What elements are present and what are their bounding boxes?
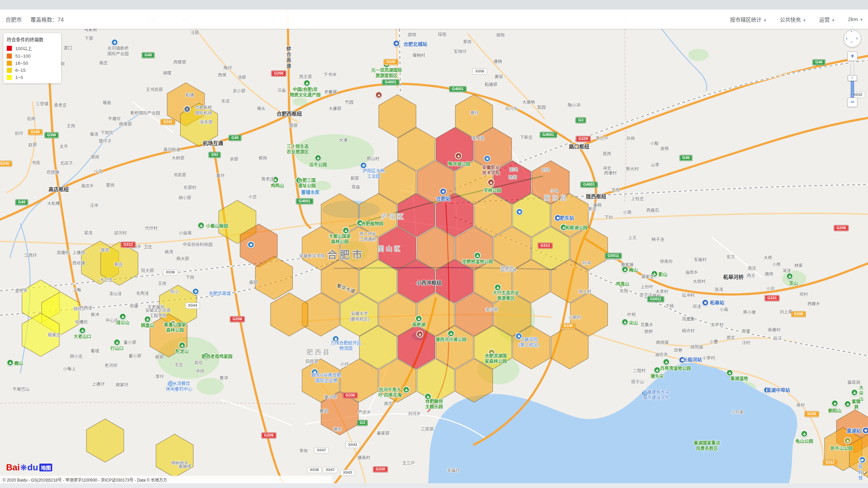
pan-up-icon[interactable]: ˆ	[851, 30, 852, 36]
logo-map-chip: 地图	[39, 464, 52, 471]
toolbar-menus: 按市辖区统计▼公共快充▼运营▼2km▼	[730, 9, 863, 29]
legend-swatch	[7, 61, 12, 66]
chevron-down-icon: ▼	[831, 18, 835, 22]
legend-swatch	[7, 68, 12, 73]
window-top-strip	[0, 0, 868, 9]
zoom-slider-fill	[851, 79, 854, 98]
toolbar: 合肥市 覆盖格数：74 按市辖区统计▼公共快充▼运营▼2km▼	[0, 9, 868, 29]
baidu-logo[interactable]: Bai ❋ du 地图	[6, 462, 52, 473]
zoom-slider-handle[interactable]: ≡	[848, 75, 857, 81]
map-app: 合肥市庐阳区蜀山区肥西县肥东县蚌合高速繁华大道合肥西枢纽机场互通路口枢纽陇西枢纽…	[0, 0, 868, 488]
legend-label: 6~15	[15, 68, 25, 73]
pan-control[interactable]: ˆ ˇ ‹ ›	[844, 30, 861, 47]
menu-label: 运营	[819, 17, 830, 23]
menu-label: 公共快充	[780, 17, 801, 23]
toolbar-menu-1[interactable]: 公共快充▼	[780, 16, 806, 23]
park-area[interactable]	[688, 49, 709, 61]
park-area[interactable]	[782, 270, 806, 287]
legend-item-0: 100以上	[7, 45, 58, 52]
park-area[interactable]	[313, 181, 331, 190]
coverage-label: 覆盖格数：74	[31, 15, 64, 23]
baidu-paw-icon: ❋	[20, 463, 27, 472]
copyright-text: © 2020 Baidu - GS(2019)5218号 - 甲测资字11009…	[3, 477, 167, 483]
park-area[interactable]	[197, 378, 224, 395]
legend-item-1: 51~100	[7, 54, 58, 59]
map-canvas[interactable]	[0, 0, 868, 488]
legend-title: 符合条件的终端数	[7, 36, 58, 43]
pan-left-icon[interactable]: ‹	[846, 36, 847, 41]
pan-right-icon[interactable]: ›	[856, 36, 857, 41]
menu-label: 2km	[848, 16, 858, 22]
toolbar-menu-0[interactable]: 按市辖区统计▼	[730, 16, 767, 23]
chevron-down-icon: ▼	[763, 18, 767, 22]
logo-du: du	[27, 462, 38, 473]
legend-swatch	[7, 54, 12, 59]
menu-label: 按市辖区统计	[730, 17, 762, 23]
legend-label: 1~5	[15, 75, 23, 80]
legend-item-2: 16~50	[7, 61, 58, 66]
window-bottom-strip	[0, 483, 868, 488]
coverage-value: 74	[58, 17, 64, 23]
zoom-in-button[interactable]: +	[847, 52, 857, 61]
logo-bai: Bai	[6, 462, 20, 473]
pan-down-icon[interactable]: ˇ	[851, 41, 852, 46]
toolbar-menu-3[interactable]: 2km▼	[848, 16, 863, 22]
coverage-caption: 覆盖格数：	[31, 17, 58, 23]
legend-swatch	[7, 75, 12, 80]
zoom-out-button[interactable]: −	[847, 98, 857, 107]
chevron-down-icon: ▼	[803, 18, 806, 22]
toolbar-menu-2[interactable]: 运营▼	[819, 16, 835, 23]
copyright-bar: © 2020 Baidu - GS(2019)5218号 - 甲测资字11009…	[0, 476, 332, 483]
park-area[interactable]	[294, 134, 374, 169]
legend-rows: 100以上51~10016~506~151~5	[7, 45, 58, 80]
legend-swatch	[7, 46, 12, 51]
legend-label: 100以上	[15, 45, 32, 52]
chevron-down-icon: ▼	[860, 18, 863, 22]
legend-label: 51~100	[15, 54, 31, 59]
legend: 符合条件的终端数 100以上51~10016~506~151~5	[3, 33, 61, 83]
legend-item-3: 6~15	[7, 68, 58, 73]
legend-label: 16~50	[15, 61, 28, 66]
toolbar-city-label: 合肥市	[5, 15, 22, 23]
legend-item-4: 1~5	[7, 75, 58, 80]
